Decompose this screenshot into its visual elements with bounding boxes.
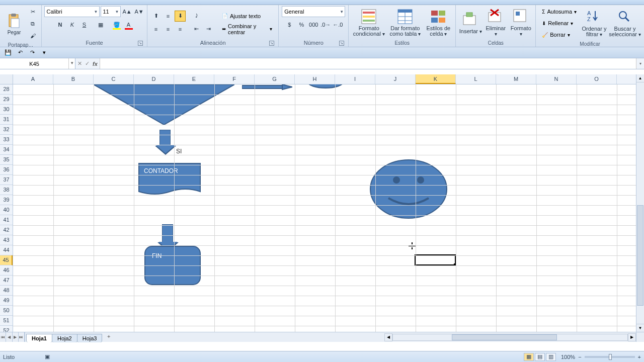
shrink-font-button[interactable]: A▼	[134, 6, 145, 17]
formula-input[interactable]	[100, 58, 636, 69]
font-color-button[interactable]: A	[123, 19, 134, 30]
worksheet-grid[interactable]: ABCDEFGHIJKLMNO 282930313233343536373839…	[0, 74, 644, 342]
row-header[interactable]: 49	[0, 296, 13, 306]
font-launcher[interactable]: ↘	[138, 41, 143, 46]
align-center-button[interactable]: ≡	[163, 24, 174, 35]
number-format-combo[interactable]: General▼	[282, 6, 345, 17]
vertical-scrollbar[interactable]: ▲ ▼	[636, 74, 644, 332]
merge-center-button[interactable]: ⬌Combinar y centrar▾	[219, 24, 275, 35]
insert-button[interactable]: Insertar ▾	[459, 6, 482, 39]
row-header[interactable]: 37	[0, 175, 13, 185]
column-header[interactable]: N	[536, 74, 577, 84]
cut-button[interactable]: ✂	[27, 6, 38, 17]
row-header[interactable]: 46	[0, 265, 13, 276]
column-header[interactable]: A	[13, 74, 53, 84]
zoom-slider[interactable]	[585, 356, 635, 358]
macro-record-icon[interactable]: ▣	[45, 353, 50, 360]
row-header[interactable]: 48	[0, 286, 13, 296]
smiley-shape[interactable]	[369, 159, 448, 219]
fill-button[interactable]: ⬇ Rellenar ▾	[539, 18, 580, 29]
hscroll-left-button[interactable]: ◀	[384, 333, 392, 341]
column-header[interactable]: K	[416, 74, 456, 84]
bold-button[interactable]: N	[55, 19, 66, 30]
find-select-button[interactable]: Buscar y seleccionar ▾	[609, 7, 641, 40]
horizontal-scrollbar[interactable]: ◀ ▶	[384, 332, 636, 342]
increase-decimal-button[interactable]: .0→	[320, 19, 331, 30]
underline-button[interactable]: S	[79, 19, 90, 30]
row-header[interactable]: 29	[0, 95, 13, 105]
italic-button[interactable]: K	[67, 19, 78, 30]
align-bottom-button[interactable]: ⬇	[175, 11, 186, 22]
cell-styles-button[interactable]: Estilos de celda ▾	[424, 6, 452, 39]
row-header[interactable]: 50	[0, 306, 13, 316]
column-header[interactable]: B	[53, 74, 94, 84]
arrow-down-shape-2[interactable]	[162, 224, 173, 242]
conditional-format-button[interactable]: Formato condicional ▾	[352, 6, 386, 39]
align-left-button[interactable]: ≡	[150, 24, 162, 35]
zoom-in-button[interactable]: +	[638, 354, 641, 360]
row-header[interactable]: 30	[0, 105, 13, 115]
orientation-button[interactable]: ⤸	[191, 11, 202, 22]
copy-button[interactable]: ⧉	[27, 18, 38, 29]
column-header[interactable]: I	[335, 74, 375, 84]
autosum-button[interactable]: Σ Autosuma ▾	[539, 6, 580, 17]
save-button[interactable]: 💾	[3, 48, 13, 57]
row-header[interactable]: 42	[0, 225, 13, 235]
percent-button[interactable]: %	[296, 19, 307, 30]
cells-area[interactable]: SI CONTADOR FIN	[13, 84, 636, 332]
row-header[interactable]: 35	[0, 155, 13, 165]
row-header[interactable]: 43	[0, 235, 13, 245]
number-launcher[interactable]: ↘	[339, 41, 344, 46]
insert-sheet-button[interactable]: ✦	[104, 332, 114, 340]
format-painter-button[interactable]: 🖌	[27, 30, 38, 41]
column-header[interactable]: F	[214, 74, 255, 84]
thousands-button[interactable]: 000	[308, 19, 319, 30]
column-header[interactable]: L	[456, 74, 496, 84]
row-header[interactable]: 51	[0, 316, 13, 326]
undo-button[interactable]: ↶	[15, 48, 25, 57]
sort-filter-button[interactable]: AZOrdenar y filtrar ▾	[582, 7, 607, 40]
name-box-input[interactable]	[0, 61, 68, 67]
hscroll-right-button[interactable]: ▶	[628, 333, 636, 341]
fx-icon[interactable]: fx	[93, 61, 98, 67]
align-top-button[interactable]: ⬆	[150, 11, 162, 22]
select-all-corner[interactable]	[0, 74, 13, 84]
font-name-combo[interactable]: Calibri▼	[44, 6, 100, 17]
row-header[interactable]: 36	[0, 165, 13, 175]
delete-button[interactable]: Eliminar ▾	[484, 6, 507, 39]
column-header[interactable]: D	[134, 74, 174, 84]
page-layout-view-button[interactable]: ▤	[535, 353, 545, 361]
format-button[interactable]: Formato ▾	[509, 6, 532, 39]
align-middle-button[interactable]: ≡	[163, 11, 174, 22]
name-box[interactable]: ▼	[0, 58, 75, 69]
column-header[interactable]: C	[94, 74, 134, 84]
increase-indent-button[interactable]: ⇥	[203, 24, 214, 35]
row-header[interactable]: 38	[0, 185, 13, 195]
redo-button[interactable]: ↷	[27, 48, 37, 57]
column-header[interactable]: G	[255, 74, 295, 84]
decrease-decimal-button[interactable]: ←.0	[332, 19, 343, 30]
row-header[interactable]: 41	[0, 215, 13, 225]
row-header[interactable]: 40	[0, 205, 13, 215]
sheet-tab[interactable]: Hoja1	[26, 334, 52, 342]
row-header[interactable]: 31	[0, 115, 13, 125]
sheet-last-button[interactable]: ⏭	[19, 332, 25, 342]
arrow-fragment-shape[interactable]	[242, 84, 292, 90]
name-box-arrow[interactable]: ▼	[68, 58, 75, 69]
row-header[interactable]: 47	[0, 276, 13, 286]
qat-customize-button[interactable]: ▾	[39, 48, 49, 57]
sheet-next-button[interactable]: ▶	[13, 332, 19, 342]
row-header[interactable]: 44	[0, 245, 13, 255]
format-as-table-button[interactable]: Dar formato como tabla ▾	[388, 6, 422, 39]
borders-button[interactable]: ▦	[95, 19, 106, 30]
row-header[interactable]: 28	[0, 84, 13, 95]
fill-color-button[interactable]: 🪣	[111, 19, 122, 30]
font-size-combo[interactable]: 11▼	[101, 6, 121, 17]
currency-button[interactable]: $	[284, 19, 295, 30]
selected-cell[interactable]	[415, 254, 456, 265]
decrease-indent-button[interactable]: ⇤	[191, 24, 202, 35]
column-headers[interactable]: ABCDEFGHIJKLMNO	[13, 74, 636, 84]
column-header[interactable]: J	[375, 74, 416, 84]
sheet-first-button[interactable]: ⏮	[0, 332, 6, 342]
row-header[interactable]: 45	[0, 255, 13, 265]
